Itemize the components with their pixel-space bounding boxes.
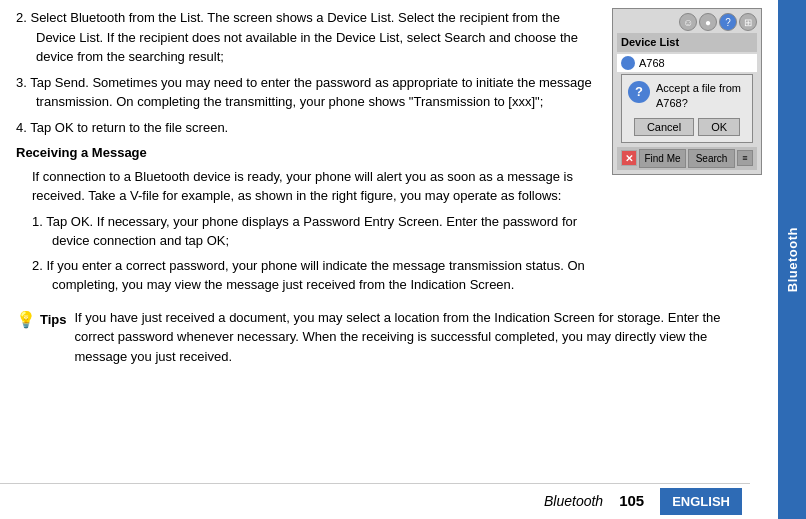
device-icon-3: ? — [719, 13, 737, 31]
step-2-number: 2. — [16, 10, 27, 25]
sub-step-1-text: Tap OK. If necessary, your phone display… — [46, 214, 577, 249]
search-button[interactable]: Search — [688, 149, 735, 168]
step-2: 2. Select Bluetooth from the List. The s… — [16, 8, 602, 67]
find-me-button[interactable]: Find Me — [639, 149, 686, 168]
sub-step-2-number: 2. — [32, 258, 43, 273]
lightbulb-icon: 💡 — [16, 308, 36, 332]
device-screenshot: ☺ ● ? ⊞ Device List A768 — [612, 8, 762, 300]
step-3-number: 3. — [16, 75, 27, 90]
device-icon-1: ☺ — [679, 13, 697, 31]
tips-section: 💡 Tips If you have just received a docum… — [16, 308, 762, 367]
step-3: 3. Tap Send. Sometimes you may need to e… — [16, 73, 602, 112]
step-4-text: Tap OK to return to the file screen. — [30, 120, 228, 135]
dialog-text: Accept a file from A768? — [656, 81, 746, 112]
device-list-row: A768 — [617, 54, 757, 73]
tips-icon-group: 💡 Tips — [16, 308, 67, 332]
step-4-number: 4. — [16, 120, 27, 135]
device-icon-2: ● — [699, 13, 717, 31]
device-list-bar: Device List — [617, 33, 757, 52]
sub-step-2: 2. If you enter a correct password, your… — [32, 256, 602, 295]
right-sidebar: Bluetooth — [778, 0, 806, 519]
x-button[interactable]: ✕ — [621, 150, 637, 166]
sub-step-1: 1. Tap OK. If necessary, your phone disp… — [32, 212, 602, 251]
step-2-text: Select Bluetooth from the List. The scre… — [30, 10, 578, 64]
dialog-buttons: Cancel OK — [628, 118, 746, 136]
device-top-icons: ☺ ● ? ⊞ — [617, 13, 757, 31]
device-name: A768 — [639, 55, 665, 72]
section-intro: If connection to a Bluetooth device is r… — [16, 167, 602, 206]
row-icon — [621, 56, 635, 70]
tips-text: If you have just received a document, yo… — [75, 308, 763, 367]
device-bottom-bar: ✕ Find Me Search ≡ — [617, 147, 757, 170]
cancel-button[interactable]: Cancel — [634, 118, 694, 136]
device-dialog: ? Accept a file from A768? Cancel OK — [621, 74, 753, 143]
device-icon-4: ⊞ — [739, 13, 757, 31]
dialog-header: ? Accept a file from A768? — [628, 81, 746, 112]
footer-page-number: 105 — [619, 490, 644, 513]
step-3-text: Tap Send. Sometimes you may need to ente… — [30, 75, 592, 110]
ok-button[interactable]: OK — [698, 118, 740, 136]
sidebar-bluetooth-label: Bluetooth — [785, 227, 800, 292]
footer-bluetooth-label: Bluetooth — [544, 491, 603, 512]
sub-step-1-number: 1. — [32, 214, 43, 229]
sub-step-2-text: If you enter a correct password, your ph… — [46, 258, 584, 293]
footer: Bluetooth 105 ENGLISH — [0, 483, 750, 520]
tips-label: Tips — [40, 310, 67, 330]
footer-english-label: ENGLISH — [660, 488, 742, 516]
step-4: 4. Tap OK to return to the file screen. — [16, 118, 602, 138]
section-title: Receiving a Message — [16, 143, 602, 163]
small-icon-button[interactable]: ≡ — [737, 150, 753, 166]
question-icon: ? — [628, 81, 650, 103]
